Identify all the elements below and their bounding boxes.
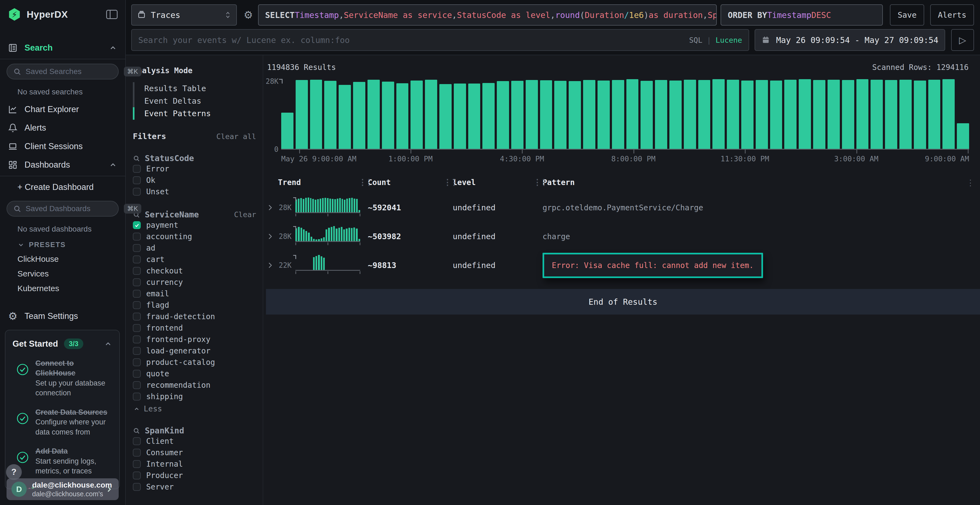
filter-option[interactable]: frontend [133,322,256,333]
filter-option[interactable]: Producer [133,470,256,481]
filter-option[interactable]: checkout [133,265,256,276]
column-options-icon[interactable]: ⋮ [959,178,975,187]
histogram-bar[interactable] [368,80,380,149]
checkbox[interactable] [133,188,141,195]
histogram-bar[interactable] [741,81,754,149]
histogram-bar[interactable] [698,80,711,149]
create-dashboard-button[interactable]: + Create Dashboard [0,178,125,197]
results-histogram[interactable]: 28K 0 May 26 9:00:00 AM1:00:00 PM4:30:00… [266,79,969,166]
histogram-bar[interactable] [324,81,336,149]
histogram-bar[interactable] [870,80,883,149]
chevron-up-icon[interactable] [104,340,112,348]
sidebar-item-chart-explorer[interactable]: Chart Explorer [0,100,125,119]
checkbox[interactable] [133,460,141,468]
histogram-bars[interactable] [281,79,969,150]
save-button[interactable]: Save [890,4,924,25]
analysis-mode-option[interactable]: Event Patterns [133,107,256,120]
checkbox[interactable] [133,381,141,389]
histogram-bar[interactable] [310,80,322,149]
histogram-bar[interactable] [641,81,653,149]
histogram-bar[interactable] [727,80,739,149]
histogram-bar[interactable] [554,81,566,149]
checkbox[interactable] [133,335,141,343]
histogram-bar[interactable] [353,82,365,149]
histogram-bar[interactable] [339,85,351,149]
histogram-bar[interactable] [885,80,897,149]
source-select[interactable]: Traces [131,4,237,25]
preset-clickhouse[interactable]: ClickHouse [0,252,125,266]
column-count[interactable]: ⋮⋮Count [368,178,453,187]
filter-option[interactable]: recommendation [133,380,256,391]
highlighted-error-pattern[interactable]: Error: Visa cache full: cannot add new i… [542,253,763,278]
show-less-toggle[interactable]: Less [133,404,256,413]
sidebar-collapse-icon[interactable] [106,10,118,19]
checkbox[interactable] [133,278,141,286]
histogram-bar[interactable] [670,81,682,149]
filter-option[interactable]: fraud-detection [133,311,256,322]
order-by-input[interactable]: ORDER BY Timestamp DESC [721,4,883,25]
checkbox[interactable] [133,313,141,321]
histogram-bar[interactable] [583,80,595,149]
analysis-mode-option[interactable]: Event Deltas [133,95,256,107]
table-row[interactable]: 28K~503982undefinedcharge [266,222,975,251]
table-row[interactable]: 28K~592041undefinedgrpc.oteldemo.Payment… [266,193,975,222]
checkbox[interactable] [133,472,141,480]
histogram-bar[interactable] [655,80,667,149]
column-resize-handle-icon[interactable]: ⋮⋮ [358,178,372,187]
column-trend[interactable]: Trend [278,178,368,187]
event-search-box[interactable]: SQL | Lucene [131,29,749,51]
filter-option[interactable]: Ok [133,175,256,186]
sidebar-item-alerts[interactable]: Alerts [0,119,125,137]
histogram-bar[interactable] [439,84,452,149]
sidebar-item-search[interactable]: Search [0,39,125,57]
checkbox[interactable] [133,483,141,491]
analysis-mode-option[interactable]: Results Table [133,82,256,95]
filter-option[interactable]: email [133,288,256,299]
lucene-mode-option[interactable]: Lucene [715,36,742,44]
checkbox[interactable] [133,324,141,332]
histogram-bar[interactable] [454,84,466,149]
checkbox[interactable] [133,358,141,366]
histogram-bar[interactable] [799,79,811,149]
histogram-bar[interactable] [856,79,869,149]
sql-mode-option[interactable]: SQL [689,36,702,44]
histogram-bar[interactable] [526,80,538,149]
expand-row-icon[interactable] [266,261,278,269]
sidebar-item-team-settings[interactable]: ⚙ Team Settings [0,306,125,326]
column-resize-handle-icon[interactable]: ⋮⋮ [444,178,457,187]
expand-row-icon[interactable] [266,203,278,212]
histogram-bar[interactable] [540,80,552,149]
checkbox[interactable] [133,392,141,400]
filter-option[interactable]: ad [133,243,256,254]
checkbox[interactable] [133,244,141,252]
histogram-bar[interactable] [713,79,725,149]
histogram-bar[interactable] [928,80,940,149]
column-resize-handle-icon[interactable]: ⋮⋮ [533,178,546,187]
filter-option[interactable]: Server [133,481,256,492]
presets-toggle[interactable]: PRESETS [0,237,125,252]
help-button[interactable]: ? [6,464,22,480]
get-started-item[interactable]: Add DataStart sending logs, metrics, or … [13,446,112,476]
histogram-bar[interactable] [784,80,797,149]
histogram-bar[interactable] [756,80,768,149]
checkbox[interactable] [133,437,141,445]
histogram-bar[interactable] [957,123,969,149]
filter-option[interactable]: Internal [133,459,256,470]
checkbox[interactable] [133,301,141,309]
checkbox[interactable] [133,290,141,298]
filter-option[interactable]: Consumer [133,447,256,458]
histogram-bar[interactable] [626,79,639,149]
histogram-bar[interactable] [482,83,495,149]
histogram-bar[interactable] [598,81,610,149]
histogram-bar[interactable] [813,80,826,149]
alerts-button[interactable]: Alerts [930,4,974,25]
filter-option[interactable]: load-generator [133,345,256,356]
filter-option[interactable]: Unset [133,186,256,197]
sql-select-input[interactable]: SELECT Timestamp, ServiceName as service… [258,4,717,25]
preset-kubernetes[interactable]: Kubernetes [0,281,125,296]
histogram-bar[interactable] [827,80,840,149]
checkbox[interactable] [133,267,141,275]
histogram-bar[interactable] [410,81,423,149]
checkbox[interactable] [133,256,141,264]
run-query-button[interactable]: ▷ [951,29,974,51]
